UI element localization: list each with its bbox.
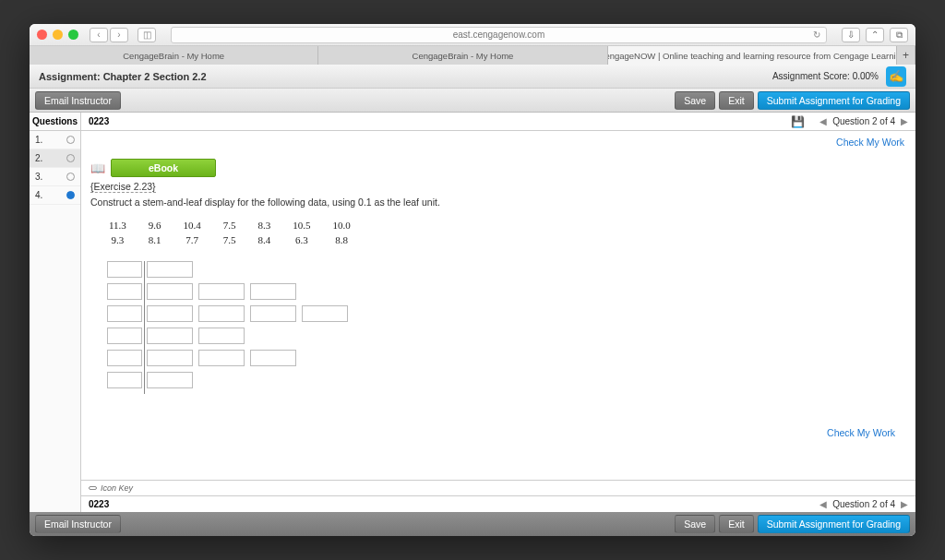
stem-leaf-row <box>107 305 142 322</box>
leaf-input[interactable] <box>198 283 245 300</box>
forward-button[interactable]: › <box>110 28 128 42</box>
leaf-input[interactable] <box>250 350 296 366</box>
browser-tabstrip: CengageBrain - My Home CengageBrain - My… <box>30 46 915 65</box>
leaf-cells <box>147 328 348 344</box>
sidebar-toggle-icon[interactable]: ◫ <box>138 28 156 42</box>
question-id: 0223 <box>89 116 109 126</box>
exit-button[interactable]: Exit <box>719 515 754 533</box>
next-question-icon[interactable]: ▶ <box>901 116 908 126</box>
minimize-window-icon[interactable] <box>53 30 63 40</box>
radio-filled-icon <box>66 191 75 199</box>
browser-tab[interactable]: CengageBrain - My Home <box>30 46 318 65</box>
radio-empty-icon <box>66 173 75 181</box>
key-icon <box>89 486 97 490</box>
question-nav-item-active[interactable]: 2. <box>30 149 80 168</box>
email-instructor-button[interactable]: Email Instructor <box>35 515 121 533</box>
traffic-lights <box>37 30 78 40</box>
question-position-footer: Question 2 of 4 <box>832 499 895 509</box>
browser-window: ‹ › ◫ east.cengagenow.com ↻ ⇩ ⌃ ⧉ Cengag… <box>30 24 915 536</box>
leaf-input[interactable] <box>147 261 193 278</box>
leaf-input[interactable] <box>147 305 193 322</box>
content-footer: 0223 ◀ Question 2 of 4 ▶ <box>81 495 915 512</box>
leaf-input[interactable] <box>250 305 296 322</box>
close-window-icon[interactable] <box>37 30 47 40</box>
leaf-input[interactable] <box>147 283 193 300</box>
leaf-input[interactable] <box>250 283 296 300</box>
question-nav-footer: ◀ Question 2 of 4 ▶ <box>819 499 908 509</box>
leaf-cells <box>147 305 348 322</box>
ebook-row: 📖 eBook <box>90 159 906 177</box>
leaf-cells <box>147 350 348 366</box>
back-button[interactable]: ‹ <box>90 28 108 42</box>
assignment-header: Assignment: Chapter 2 Section 2.2 Assign… <box>30 65 915 89</box>
ebook-icon: 📖 <box>90 161 105 175</box>
support-headset-icon[interactable]: ✍ <box>886 66 906 87</box>
stem-input[interactable] <box>107 283 142 300</box>
stem-leaf-divider <box>144 261 145 394</box>
save-button[interactable]: Save <box>675 515 715 533</box>
question-content: 0223 💾 ◀ Question 2 of 4 ▶ Check My Work… <box>81 113 915 512</box>
email-instructor-button[interactable]: Email Instructor <box>35 91 121 110</box>
url-text: east.cengagenow.com <box>453 30 545 40</box>
browser-tab[interactable]: CengageBrain - My Home <box>318 46 607 65</box>
top-button-row: Email Instructor Save Exit Submit Assign… <box>30 89 915 113</box>
stem-input[interactable] <box>107 328 142 344</box>
downloads-icon[interactable]: ⇩ <box>842 28 860 42</box>
next-question-icon[interactable]: ▶ <box>901 499 908 509</box>
leaf-input[interactable] <box>198 350 245 366</box>
stem-input[interactable] <box>107 350 142 366</box>
question-nav-item[interactable]: 1. <box>30 131 80 149</box>
check-my-work-link[interactable]: Check My Work <box>90 422 906 444</box>
browser-chrome: ‹ › ◫ east.cengagenow.com ↻ ⇩ ⌃ ⧉ <box>30 24 915 46</box>
table-row: 11.3 9.6 10.4 7.5 8.3 10.5 10.0 <box>109 219 371 232</box>
stem-leaf-row <box>107 283 142 300</box>
stem-input[interactable] <box>107 261 142 278</box>
leaf-cells <box>147 372 348 388</box>
data-table: 11.3 9.6 10.4 7.5 8.3 10.5 10.0 9.3 8.1 … <box>107 217 373 248</box>
share-icon[interactable]: ⌃ <box>866 28 884 42</box>
prev-question-icon[interactable]: ◀ <box>819 116 827 126</box>
leaf-input[interactable] <box>147 372 193 388</box>
leaf-input[interactable] <box>198 328 245 344</box>
leaf-cells <box>147 283 348 300</box>
leaf-input[interactable] <box>147 328 193 344</box>
question-body: 📖 eBook {Exercise 2.23} Construct a stem… <box>81 153 915 480</box>
question-nav-item[interactable]: 4. <box>30 186 80 205</box>
submit-assignment-button[interactable]: Submit Assignment for Grading <box>758 91 910 110</box>
question-prompt: Construct a stem-and-leaf display for th… <box>90 197 906 208</box>
nav-back-forward: ‹ › <box>90 28 128 42</box>
stem-leaf-row <box>107 328 142 344</box>
leaf-input[interactable] <box>198 305 245 322</box>
check-my-work-link[interactable]: Check My Work <box>81 131 915 153</box>
tabs-overview-icon[interactable]: ⧉ <box>890 28 908 42</box>
question-nav-item[interactable]: 3. <box>30 168 80 186</box>
main-area: Questions 1. 2. 3. 4. 0223 <box>30 113 915 512</box>
icon-key-label: Icon Key <box>101 483 133 493</box>
submit-assignment-button[interactable]: Submit Assignment for Grading <box>758 515 910 533</box>
stem-leaf-row <box>107 261 142 278</box>
ebook-button[interactable]: eBook <box>111 159 216 177</box>
reload-icon[interactable]: ↻ <box>813 30 820 40</box>
browser-tab-active[interactable]: CengageNOW | Online teaching and learnin… <box>608 46 897 65</box>
stem-input[interactable] <box>107 305 142 322</box>
zoom-window-icon[interactable] <box>68 30 78 40</box>
question-id-footer: 0223 <box>89 499 109 509</box>
questions-header: Questions <box>30 113 80 131</box>
leaf-input[interactable] <box>147 350 193 366</box>
content-header: 0223 💾 ◀ Question 2 of 4 ▶ <box>81 113 915 131</box>
table-row: 9.3 8.1 7.7 7.5 8.4 6.3 8.8 <box>109 233 371 246</box>
stem-leaf-grid <box>107 261 906 394</box>
question-nav: 💾 ◀ Question 2 of 4 ▶ <box>791 115 908 128</box>
leaf-input[interactable] <box>302 305 348 322</box>
disk-save-icon[interactable]: 💾 <box>791 115 805 128</box>
questions-sidebar: Questions 1. 2. 3. 4. <box>30 113 81 512</box>
bottom-button-row: Email Instructor Save Exit Submit Assign… <box>30 512 915 536</box>
exit-button[interactable]: Exit <box>719 91 754 110</box>
new-tab-button[interactable]: + <box>897 46 915 65</box>
save-button[interactable]: Save <box>675 91 715 110</box>
address-bar[interactable]: east.cengagenow.com ↻ <box>171 27 827 43</box>
exercise-label: {Exercise 2.23} <box>90 181 156 193</box>
prev-question-icon[interactable]: ◀ <box>819 499 827 509</box>
icon-key-row: Icon Key <box>81 480 915 495</box>
stem-input[interactable] <box>107 372 142 388</box>
